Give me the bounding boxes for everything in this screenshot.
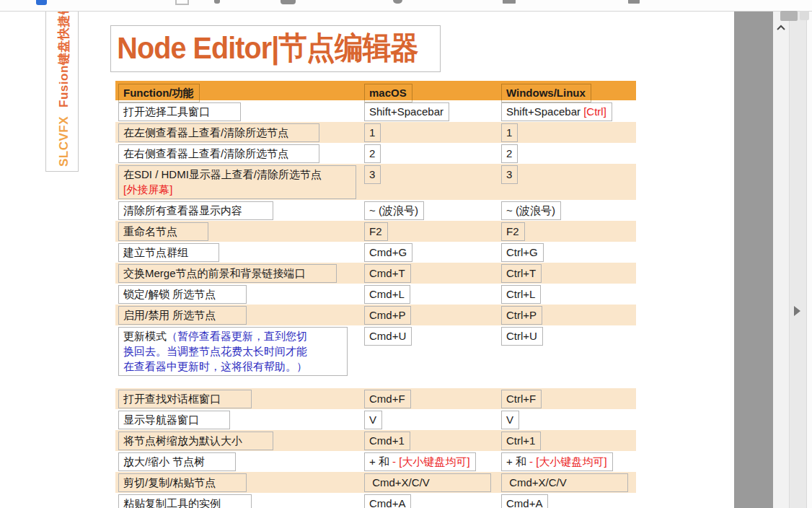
text-segment: 1 (369, 126, 375, 139)
windows-shortcut-cell-box: F2 (501, 222, 525, 241)
windows-shortcut-cell-box: 2 (501, 144, 518, 163)
table-row: 重命名节点F2F2 (115, 221, 636, 242)
text-segment: Cmd+X/C/V (506, 476, 567, 489)
windows-shortcut-cell-box: 3 (501, 165, 518, 184)
macos-shortcut-cell-box: + 和 - [大小键盘均可] (364, 452, 476, 471)
text-segment: 锁定/解锁 所选节点 (123, 288, 216, 300)
text-segment: + 和 (506, 455, 529, 468)
printer-icon[interactable] (503, 0, 516, 4)
expand-panel-button chevron-right-icon[interactable] (794, 306, 800, 316)
column-header: macOS (364, 81, 501, 103)
windows-shortcut-cell-box: + 和 - [大小键盘均可] (501, 452, 613, 471)
dot-icon[interactable] (214, 0, 220, 4)
text-segment: 3 (369, 168, 375, 180)
function-cell: 锁定/解锁 所选节点 (115, 284, 364, 305)
function-cell-box: 重命名节点 (118, 222, 208, 241)
window-edge (807, 11, 812, 508)
square-icon[interactable] (628, 0, 640, 4)
macos-shortcut-cell: 3 (364, 164, 501, 185)
text-segment: 在右侧查看器上查看/清除所选节点 (123, 147, 288, 159)
square-outline-icon[interactable] (175, 0, 189, 5)
column-header-label: macOS (364, 84, 412, 102)
macos-shortcut-cell-box: Cmd+G (364, 243, 412, 262)
document-viewer-window: SLCVFXFusion键盘快捷键 Node Editor|节点编辑器 Func… (0, 0, 812, 508)
macos-shortcut-cell: Cmd+1 (364, 430, 501, 451)
column-header-label: Windows/Linux (501, 84, 591, 102)
text-segment: 交换Merge节点的前景和背景链接端口 (123, 267, 306, 279)
text-segment: Cmd+A (506, 497, 542, 508)
red-text-segment: [Ctrl] (583, 105, 606, 118)
windows-shortcut-cell: Cmd+X/C/V (501, 472, 636, 493)
table-row: 在右侧查看器上查看/清除所选节点22 (115, 143, 636, 164)
function-cell-box: 放大/缩小 节点树 (118, 452, 236, 471)
app-logo-icon[interactable] (36, 0, 47, 5)
windows-shortcut-cell: Ctrl+T (501, 263, 636, 284)
text-segment: 剪切/复制/粘贴节点 (123, 476, 216, 489)
text-segment: Ctrl+L (506, 288, 535, 300)
column-header-label: Function/功能 (118, 84, 200, 102)
text-segment: V (506, 413, 513, 426)
vertical-scrollbar[interactable] (773, 11, 790, 508)
top-toolbar (0, 0, 812, 12)
windows-shortcut-cell: Ctrl+G (501, 242, 636, 263)
table-row: 更新模式（暂停查看器更新，直到您切换回去。当调整节点花费太长时间才能在查看器中更… (115, 325, 636, 377)
text-segment: Ctrl+1 (506, 434, 535, 447)
text-segment: ~ (波浪号) (369, 204, 418, 216)
function-cell: 将节点树缩放为默认大小 (115, 430, 364, 451)
red-text-segment: [外接屏幕] (123, 183, 172, 196)
sidebar-vertical-label: SLCVFXFusion键盘快捷键 (56, 2, 72, 167)
table-row: 粘贴复制工具的实例Cmd+ACmd+A (115, 493, 636, 508)
text-segment: 1 (506, 126, 512, 139)
windows-shortcut-cell-box: ~ (波浪号) (501, 201, 561, 220)
macos-shortcut-cell-box: Cmd+X/C/V (364, 473, 491, 492)
text-segment: 重命名节点 (123, 225, 177, 237)
text-segment: 2 (369, 147, 375, 159)
macos-shortcut-cell-box: Cmd+L (364, 285, 410, 304)
function-cell: 打开选择工具窗口 (115, 101, 364, 122)
text-segment: 清除所有查看器显示内容 (123, 204, 242, 216)
function-cell-box: 打开选择工具窗口 (118, 102, 241, 121)
function-cell-box: 在左侧查看器上查看/清除所选节点 (118, 123, 319, 142)
windows-shortcut-cell-box: V (501, 411, 519, 429)
windows-shortcut-cell: 2 (501, 143, 636, 164)
macos-shortcut-cell-box: Shift+Spacebar (364, 102, 449, 121)
table-row: 打开选择工具窗口Shift+SpacebarShift+Spacebar [Ct… (115, 101, 636, 122)
windows-shortcut-cell: Ctrl+L (501, 284, 636, 305)
table-row: 交换Merge节点的前景和背景链接端口Cmd+TCtrl+T (115, 263, 636, 284)
macos-shortcut-cell: Cmd+U (364, 325, 501, 346)
text-segment: 更新模式 (123, 330, 167, 342)
macos-shortcut-cell-box: 1 (364, 123, 381, 142)
toolbar-button-partial[interactable] (800, 11, 809, 20)
circle-icon[interactable] (393, 0, 402, 4)
windows-shortcut-cell: ~ (波浪号) (501, 200, 636, 221)
text-segment: Cmd+L (369, 288, 405, 300)
table-row: 打开查找对话框窗口Cmd+FCtrl+F (115, 388, 636, 409)
text-segment: Cmd+U (369, 330, 406, 342)
function-cell: 在左侧查看器上查看/清除所选节点 (115, 122, 364, 143)
function-cell: 建立节点群组 (115, 242, 364, 263)
function-cell-box: 建立节点群组 (118, 243, 219, 262)
table-header-row: Function/功能macOSWindows/Linux (115, 81, 636, 100)
text-segment: ~ (波浪号) (506, 204, 555, 216)
windows-shortcut-cell-box: Ctrl+U (501, 327, 543, 346)
windows-shortcut-cell-box: Cmd+A (501, 494, 548, 508)
scrollbar-thumb[interactable] (780, 11, 798, 21)
windows-shortcut-cell-box: 1 (501, 123, 518, 142)
windows-shortcut-cell: 1 (501, 122, 636, 143)
windows-shortcut-cell: V (501, 409, 636, 430)
chevron-up-icon (776, 23, 786, 33)
windows-shortcut-cell: 3 (501, 164, 636, 185)
macos-shortcut-cell-box: Cmd+F (364, 390, 411, 408)
text-segment: Ctrl+T (506, 267, 536, 279)
text-segment: Cmd+P (369, 309, 405, 321)
macos-shortcut-cell-box: 3 (364, 165, 381, 184)
table-row: 显示导航器窗口VV (115, 409, 636, 430)
function-cell: 显示导航器窗口 (115, 409, 364, 430)
function-cell: 更新模式（暂停查看器更新，直到您切换回去。当调整节点花费太长时间才能在查看器中更… (115, 325, 364, 377)
shortcut-table: 打开选择工具窗口Shift+SpacebarShift+Spacebar [Ct… (115, 101, 636, 508)
scroll-up-button[interactable] (776, 23, 786, 33)
function-cell-box: 在SDI / HDMI显示器上查看/清除所选节点 [外接屏幕] (118, 165, 356, 199)
function-cell-box: 显示导航器窗口 (118, 411, 230, 429)
function-cell: 交换Merge节点的前景和背景链接端口 (115, 263, 364, 284)
people-icon[interactable] (281, 0, 296, 4)
